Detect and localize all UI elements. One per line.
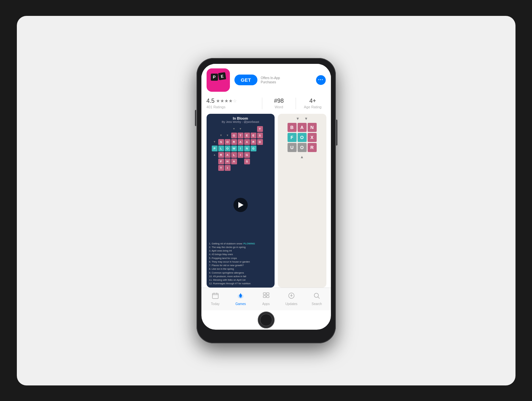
phone-shell: P E ▼ GET Offers In-AppPurchases ···	[197, 58, 336, 343]
phone-screen: P E ▼ GET Offers In-AppPurchases ···	[201, 64, 331, 330]
svg-rect-7	[266, 293, 269, 295]
play-button[interactable]	[233, 198, 248, 212]
word-grid: ▼▼ T ▼▼ GTE ES ▼SO	[207, 125, 275, 172]
screenshot-2[interactable]: ▼ ▼ B A N F	[278, 114, 326, 288]
clue-5: 5. Prepping land for crops	[209, 256, 272, 260]
clue-1-num: 1. Getting rid of stubborn snow:	[209, 242, 243, 245]
clue-12: 12. Rummages through #7 for nutrition	[209, 282, 272, 285]
app-screen: P E ▼ GET Offers In-AppPurchases ···	[201, 64, 331, 310]
ss2-cell: X	[308, 133, 317, 142]
ss1-subtitle: By Jess Worby - @jworbeast	[210, 120, 271, 124]
ss1-title: In Bloom	[210, 116, 271, 120]
tab-apps[interactable]: Apps	[253, 292, 278, 306]
ss2-cell: O	[298, 133, 307, 142]
updates-icon	[288, 292, 295, 301]
home-button-area	[201, 310, 331, 330]
home-button-inner	[260, 314, 272, 326]
clue-1-answer: PLOWING	[243, 242, 255, 245]
app-icon: P E ▼	[207, 68, 230, 92]
age-label: Age Rating	[304, 105, 322, 109]
clue-1: 1. Getting rid of stubborn snow: PLOWING	[209, 242, 272, 245]
outer-background: P E ▼ GET Offers In-AppPurchases ···	[17, 16, 515, 385]
ss2-cell: B	[288, 123, 297, 132]
search-icon	[313, 292, 320, 301]
icon-arrow: ▼	[216, 81, 221, 87]
rating-count: 401 Ratings	[207, 105, 226, 109]
get-button[interactable]: GET	[234, 75, 258, 85]
rank-block: #98 Word	[266, 98, 292, 109]
ss2-cell: F	[288, 133, 297, 142]
arrow-down-2: ▼	[304, 116, 308, 121]
age-block: 4+ Age Rating	[300, 98, 326, 109]
clue-7: 7. Places for old or new growth?	[209, 264, 272, 267]
apps-icon	[263, 292, 270, 301]
clues-list: 1. Getting rid of stubborn snow: PLOWING…	[207, 241, 275, 288]
today-icon	[212, 292, 219, 301]
clue-6: 6. They may occur in house or garden	[209, 260, 272, 264]
ss2-cell: A	[298, 123, 307, 132]
tab-updates-label: Updates	[285, 302, 297, 306]
tab-search[interactable]: Search	[304, 292, 329, 306]
svg-rect-9	[266, 296, 269, 298]
games-icon	[237, 292, 244, 301]
rating-number: 4.5	[207, 98, 215, 104]
clue-8: 8. Like ice in the spring	[209, 267, 272, 271]
icon-p: P	[211, 74, 218, 81]
divider-1	[262, 98, 262, 109]
ss2-cell: R	[308, 143, 317, 152]
svg-line-12	[318, 297, 320, 299]
divider-2	[296, 98, 296, 109]
stars-row: 4.5 ★★★★☆	[207, 98, 237, 104]
ss2-cell: O	[298, 143, 307, 152]
tab-games[interactable]: Games	[228, 292, 253, 306]
play-icon	[238, 202, 243, 208]
stars-display: ★★★★☆	[216, 98, 237, 103]
screenshot-1[interactable]: In Bloom By Jess Worby - @jworbeast ▼▼ T	[207, 114, 275, 288]
age-value: 4+	[309, 98, 316, 104]
home-button[interactable]	[258, 312, 275, 328]
tab-today[interactable]: Today	[203, 292, 228, 306]
clue-11: 11. Messing with folks on April 1st	[209, 278, 272, 282]
clue-9: 9. Common springtime allergens	[209, 271, 272, 275]
tab-apps-label: Apps	[262, 302, 270, 306]
ss2-grid: B A N F O X U	[288, 123, 317, 152]
tab-bar: Today Games	[201, 288, 331, 310]
arrow-down-1: ▼	[296, 116, 300, 121]
ss1-header: In Bloom By Jess Worby - @jworbeast	[207, 114, 275, 125]
svg-point-5	[239, 294, 242, 297]
clue-4: 4. #3 brings May ones	[209, 253, 272, 256]
clue-3: 3. April ones bring #4	[209, 249, 272, 253]
rank-label: Word	[275, 105, 283, 109]
svg-point-11	[314, 293, 319, 298]
app-actions: GET Offers In-AppPurchases ···	[234, 75, 326, 85]
icon-e: E	[218, 72, 226, 80]
ss2-arrows: ▼ ▼	[296, 116, 308, 121]
screenshots-area: In Bloom By Jess Worby - @jworbeast ▼▼ T	[201, 112, 331, 288]
arrow-up-1: ▲	[300, 155, 304, 159]
ss2-bottom-arrows: ▲	[300, 155, 304, 159]
ss2-cell: U	[288, 143, 297, 152]
ellipsis-icon: ···	[318, 77, 323, 82]
rating-block: 4.5 ★★★★☆ 401 Ratings	[207, 98, 258, 109]
clue-2: 2. The way the clocks go in spring	[209, 245, 272, 249]
svg-rect-8	[263, 296, 266, 298]
tab-games-label: Games	[235, 302, 246, 306]
tab-search-label: Search	[311, 302, 322, 306]
tab-today-label: Today	[211, 302, 220, 306]
svg-rect-6	[263, 293, 266, 295]
rank-value: #98	[274, 98, 284, 104]
iap-text: Offers In-AppPurchases	[261, 76, 280, 84]
tab-updates[interactable]: Updates	[279, 292, 304, 306]
svg-rect-0	[212, 293, 218, 299]
rating-area: 4.5 ★★★★☆ 401 Ratings #98 Word 4+ Age Ra…	[201, 95, 331, 112]
clue-10: 10. #9 producer, more active in fall	[209, 275, 272, 278]
app-header: P E ▼ GET Offers In-AppPurchases ···	[201, 64, 331, 95]
more-button[interactable]: ···	[316, 75, 326, 85]
ss2-cell: N	[308, 123, 317, 132]
